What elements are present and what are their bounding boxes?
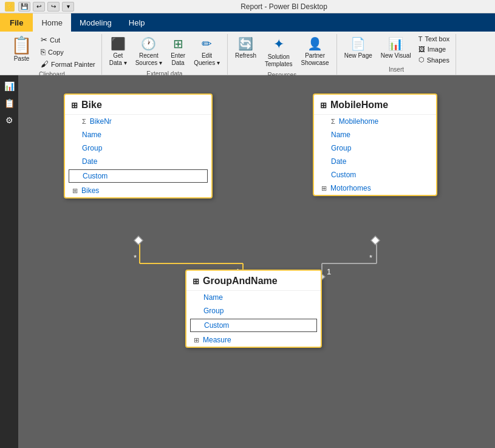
left-sidebar: 📊 📋 ⚙ (0, 75, 18, 448)
text-box-button[interactable]: T Text box (416, 34, 452, 44)
solution-templates-label: SolutionTemplates (265, 53, 293, 68)
window-controls[interactable]: 💾 ↩ ↪ ▾ (18, 2, 74, 12)
bike-field-group[interactable]: Group (65, 141, 211, 155)
menu-file[interactable]: File (0, 13, 33, 32)
menu-tab-modeling[interactable]: Modeling (71, 13, 120, 32)
cut-button[interactable]: ✂ Cut (38, 34, 98, 46)
format-painter-label: Format Painter (51, 61, 95, 68)
name-label: Name (82, 131, 101, 139)
bike-table[interactable]: ⊞ Bike Σ BikeNr Name Group Date Custom ⊞… (64, 93, 213, 199)
groupandname-field-group[interactable]: Group (186, 304, 321, 317)
ribbon-group-resources: 🔄 Refresh ✦ SolutionTemplates 👤 PartnerS… (228, 34, 337, 75)
table-icon-measure: ⊞ (194, 336, 199, 344)
mobilehome-group-label: Group (331, 144, 351, 152)
get-data-label: GetData ▾ (109, 52, 127, 67)
mobilehome-field-mobilehome[interactable]: Σ Mobilehome (314, 115, 436, 128)
svg-text:1: 1 (327, 267, 331, 276)
partner-showcase-button[interactable]: 👤 PartnerShowcase (298, 34, 333, 69)
bike-field-bikenr[interactable]: Σ BikeNr (65, 115, 211, 128)
title-bar: ⚡ 💾 ↩ ↪ ▾ Report - Power BI Desktop (0, 0, 495, 13)
shapes-icon: ⬡ (418, 56, 425, 64)
ribbon: 📋 Paste ✂ Cut ⎘ Copy 🖌 Format Painter Cl… (0, 32, 495, 75)
paste-label: Paste (14, 55, 30, 62)
menu-tab-home[interactable]: Home (33, 13, 71, 32)
sidebar-model-icon[interactable]: ⚙ (2, 113, 16, 127)
cut-icon: ✂ (41, 35, 47, 44)
new-page-label: New Page (344, 52, 372, 59)
menu-bar: File Home Modeling Help (0, 13, 495, 32)
recent-sources-button[interactable]: 🕐 RecentSources ▾ (132, 34, 166, 69)
image-icon: 🖼 (418, 46, 425, 53)
mobilehome-table-icon: ⊞ (320, 101, 327, 110)
groupandname-name-label: Name (203, 293, 223, 302)
mobilehome-table[interactable]: ⊞ MobileHome Σ Mobilehome Name Group Dat… (313, 93, 437, 196)
format-painter-button[interactable]: 🖌 Format Painter (38, 58, 98, 70)
dropdown-btn[interactable]: ▾ (62, 2, 74, 12)
undo-btn[interactable]: ↩ (33, 2, 45, 12)
mobilehome-field-custom[interactable]: Custom (314, 168, 436, 182)
ribbon-group-external-data: ⬛ GetData ▾ 🕐 RecentSources ▾ ⊞ EnterDat… (102, 34, 228, 75)
app-icon: ⚡ (5, 2, 15, 12)
mobilehome-field-motorhomes[interactable]: ⊞ Motorhomes (314, 182, 436, 195)
edit-queries-button[interactable]: ✏ EditQueries ▾ (190, 34, 224, 69)
groupandname-field-name[interactable]: Name (186, 291, 321, 304)
solution-templates-icon: ✦ (273, 36, 284, 52)
sidebar-report-icon[interactable]: 📊 (2, 79, 16, 93)
groupandname-group-label: Group (203, 307, 224, 315)
mobilehome-custom-label: Custom (331, 171, 356, 179)
bikenr-label: BikeNr (90, 117, 112, 126)
copy-button[interactable]: ⎘ Copy (38, 46, 98, 58)
mobilehome-label: Mobilehome (339, 117, 378, 126)
copy-icon: ⎘ (41, 47, 46, 56)
image-button[interactable]: 🖼 Image (416, 44, 452, 54)
save-btn[interactable]: 💾 (18, 2, 30, 12)
table-icon-bikes: ⊞ (72, 187, 78, 195)
bike-field-custom[interactable]: Custom (69, 169, 208, 183)
sigma-icon-bikenr: Σ (82, 118, 86, 125)
enter-data-button[interactable]: ⊞ EnterData (167, 34, 189, 69)
insert-group-label: Insert (341, 66, 452, 73)
refresh-button[interactable]: 🔄 Refresh (231, 34, 260, 62)
paste-button[interactable]: 📋 Paste (6, 34, 37, 63)
enter-data-label: EnterData (171, 52, 185, 67)
ribbon-group-insert: 📄 New Page 📊 New Visual T Text box 🖼 Ima… (337, 34, 457, 75)
groupandname-field-measure[interactable]: ⊞ Measure (186, 333, 321, 347)
edit-queries-label: EditQueries ▾ (194, 52, 220, 67)
mobilehome-table-header: ⊞ MobileHome (314, 95, 436, 115)
copy-label: Copy (48, 49, 64, 56)
svg-text:*: * (369, 253, 372, 262)
groupandname-field-custom[interactable]: Custom (190, 319, 317, 332)
partner-showcase-icon: 👤 (307, 36, 323, 51)
new-visual-icon: 📊 (388, 36, 403, 51)
svg-rect-10 (134, 236, 143, 245)
new-visual-button[interactable]: 📊 New Visual (377, 34, 415, 62)
bike-table-title: Bike (81, 100, 102, 110)
bikes-label: Bikes (81, 186, 99, 195)
get-data-button[interactable]: ⬛ GetData ▾ (106, 34, 131, 69)
redo-btn[interactable]: ↪ (47, 2, 60, 12)
measure-label: Measure (203, 336, 231, 344)
groupandname-table[interactable]: ⊞ GroupAndName Name Group Custom ⊞ Measu… (185, 270, 322, 348)
bike-field-name[interactable]: Name (65, 128, 211, 141)
mobilehome-field-name[interactable]: Name (314, 128, 436, 141)
motorhomes-label: Motorhomes (330, 184, 371, 192)
mobilehome-field-group[interactable]: Group (314, 141, 436, 155)
mobilehome-field-date[interactable]: Date (314, 155, 436, 168)
group-label: Group (82, 144, 102, 152)
date-label: Date (82, 157, 97, 166)
bike-field-date[interactable]: Date (65, 155, 211, 168)
bike-field-bikes[interactable]: ⊞ Bikes (65, 184, 211, 197)
new-page-button[interactable]: 📄 New Page (341, 34, 376, 62)
recent-sources-icon: 🕐 (141, 36, 156, 51)
shapes-button[interactable]: ⬡ Shapes (416, 55, 452, 65)
custom-label: Custom (83, 172, 108, 180)
canvas[interactable]: * 1 * 1 ⊞ Bike Σ Bik (18, 75, 495, 448)
insert-side-col: T Text box 🖼 Image ⬡ Shapes (416, 34, 452, 65)
clipboard-col: ✂ Cut ⎘ Copy 🖌 Format Painter (38, 34, 98, 70)
groupandname-table-icon: ⊞ (193, 277, 199, 286)
new-page-icon: 📄 (350, 36, 366, 51)
solution-templates-button[interactable]: ✦ SolutionTemplates (261, 34, 296, 70)
groupandname-custom-label: Custom (204, 321, 229, 330)
sidebar-data-icon[interactable]: 📋 (2, 96, 16, 110)
menu-tab-help[interactable]: Help (120, 13, 154, 32)
